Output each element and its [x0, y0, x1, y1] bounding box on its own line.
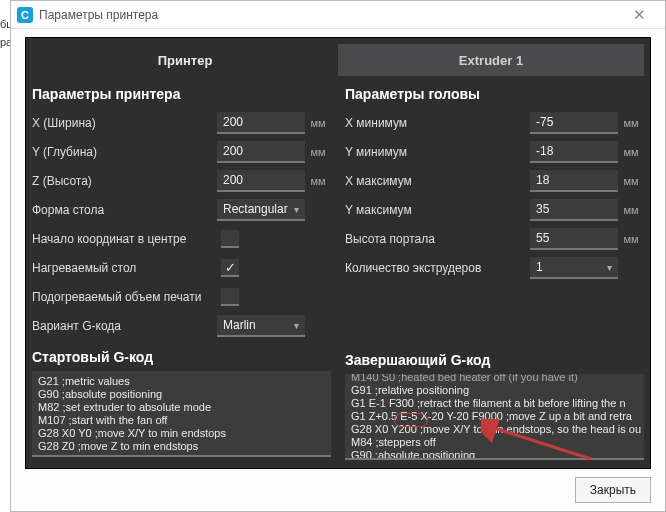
y-depth-label: Y (Глубина): [32, 145, 217, 159]
heated-volume-checkbox[interactable]: [221, 288, 239, 306]
chevron-down-icon: ▾: [607, 262, 612, 273]
build-plate-shape-label: Форма стола: [32, 203, 217, 217]
origin-center-checkbox[interactable]: [221, 230, 239, 248]
heated-volume-label: Подогреваемый объем печати: [32, 290, 217, 304]
extruder-count-label: Количество экструдеров: [345, 261, 530, 275]
heated-bed-label: Нагреваемый стол: [32, 261, 217, 275]
extruder-count-select[interactable]: 1 ▾: [530, 257, 618, 279]
x-min-unit: мм: [618, 117, 644, 129]
x-max-input[interactable]: 18: [530, 170, 618, 192]
tab-extruder-1[interactable]: Extruder 1: [338, 44, 644, 76]
y-min-label: Y минимум: [345, 145, 530, 159]
gantry-height-unit: мм: [618, 233, 644, 245]
heated-bed-checkbox[interactable]: ✓: [221, 259, 239, 277]
titlebar: C Параметры принтера ✕: [11, 1, 665, 29]
y-max-label: Y максимум: [345, 203, 530, 217]
y-depth-unit: мм: [305, 146, 331, 158]
x-width-label: X (Ширина): [32, 116, 217, 130]
x-min-input[interactable]: -75: [530, 112, 618, 134]
y-min-unit: мм: [618, 146, 644, 158]
origin-center-label: Начало координат в центре: [32, 232, 217, 246]
printer-settings-window: C Параметры принтера ✕ Принтер Extruder …: [10, 0, 666, 512]
close-button[interactable]: Закрыть: [575, 477, 651, 503]
z-height-unit: мм: [305, 175, 331, 187]
gcode-flavor-select[interactable]: Marlin ▾: [217, 315, 305, 337]
background-window-strip: бщ ра: [0, 0, 10, 512]
x-max-unit: мм: [618, 175, 644, 187]
z-height-label: Z (Высота): [32, 174, 217, 188]
app-icon: C: [17, 7, 33, 23]
y-max-unit: мм: [618, 204, 644, 216]
window-close-icon[interactable]: ✕: [619, 6, 659, 24]
y-max-input[interactable]: 35: [530, 199, 618, 221]
x-width-unit: мм: [305, 117, 331, 129]
end-gcode-textarea[interactable]: M140 S0 ;heated bed heater off (if you h…: [345, 374, 644, 460]
start-gcode-heading: Стартовый G-код: [32, 349, 331, 365]
z-height-input[interactable]: 200: [217, 170, 305, 192]
chevron-down-icon: ▾: [294, 204, 299, 215]
start-gcode-textarea[interactable]: G21 ;metric values G90 ;absolute positio…: [32, 371, 331, 457]
end-gcode-heading: Завершающий G-код: [345, 352, 644, 368]
tabs: Принтер Extruder 1: [32, 44, 644, 76]
gcode-flavor-label: Вариант G-кода: [32, 319, 217, 333]
head-params-column: Параметры головы X минимум -75 мм Y мини…: [345, 86, 644, 460]
build-plate-shape-select[interactable]: Rectangular ▾: [217, 199, 305, 221]
printer-params-column: Параметры принтера X (Ширина) 200 мм Y (…: [32, 86, 331, 460]
gantry-height-label: Высота портала: [345, 232, 530, 246]
x-min-label: X минимум: [345, 116, 530, 130]
x-max-label: X максимум: [345, 174, 530, 188]
tab-printer[interactable]: Принтер: [32, 44, 338, 76]
head-params-heading: Параметры головы: [345, 86, 644, 102]
x-width-input[interactable]: 200: [217, 112, 305, 134]
y-depth-input[interactable]: 200: [217, 141, 305, 163]
y-min-input[interactable]: -18: [530, 141, 618, 163]
window-title: Параметры принтера: [39, 8, 158, 22]
chevron-down-icon: ▾: [294, 320, 299, 331]
settings-panel: Принтер Extruder 1 Параметры принтера X …: [25, 37, 651, 469]
printer-params-heading: Параметры принтера: [32, 86, 331, 102]
gantry-height-input[interactable]: 55: [530, 228, 618, 250]
